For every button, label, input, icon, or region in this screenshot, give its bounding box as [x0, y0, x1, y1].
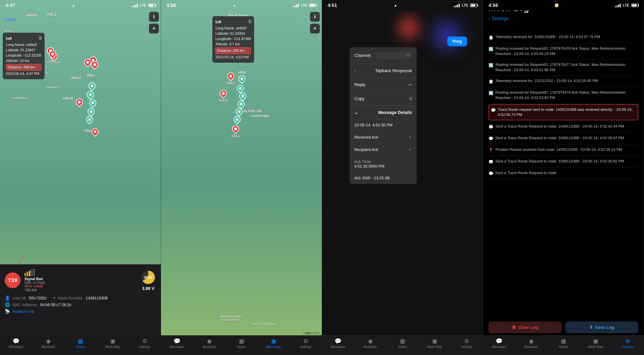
marker-kblb[interactable]: [76, 99, 83, 107]
clear-log-button[interactable]: 🗑 Clear Log: [488, 322, 562, 333]
meshmap-icon-3: ▣: [432, 338, 437, 344]
signal-bars-2: [293, 3, 299, 7]
marker2-teal2[interactable]: [237, 85, 244, 93]
label-kblc: KBLC: [72, 76, 81, 80]
tab-settings-3[interactable]: ⚙ Settings: [455, 338, 479, 349]
status-bar-2: 4:56 ▲ LTE: [161, 0, 322, 11]
popup-delete-btn-1[interactable]: 🗑: [38, 35, 42, 41]
log-entry-3: 📋 Telemetry received for: 231312252 - 23…: [488, 75, 638, 87]
marker2-teal5[interactable]: [236, 108, 243, 117]
time-4: 4:56: [488, 2, 498, 8]
tab-bluetooth-3[interactable]: ◉ Bluetooth: [358, 338, 382, 349]
copy-icon: ⎘: [410, 96, 412, 101]
map-compass-btn[interactable]: ✈: [149, 24, 159, 33]
log-icon-8: 📍: [488, 147, 494, 153]
battery-fill-2: [310, 4, 315, 6]
reply-row[interactable]: Reply ↩: [350, 78, 417, 92]
ping-button[interactable]: Ping: [447, 36, 467, 46]
back-button[interactable]: ‹ Settings: [488, 15, 508, 22]
voltage: 3.88 V: [142, 286, 154, 291]
marker-teal-2[interactable]: [87, 91, 94, 100]
log-icon-0: 📋: [488, 35, 494, 40]
tab-nodes-1[interactable]: ▦ Nodes: [69, 338, 92, 349]
status-right-3: LTE: [454, 3, 477, 7]
marker2-teal1[interactable]: [238, 75, 246, 84]
battery-3: [470, 3, 477, 7]
tab-messages-4[interactable]: 💬 Messages: [487, 338, 511, 349]
message-details-header[interactable]: ⌄ Message Details: [350, 106, 417, 119]
tab-meshmap-label-2: Mesh Map: [266, 345, 281, 349]
bar-3: [29, 271, 30, 276]
meshmap-icon-1: ▣: [110, 338, 115, 344]
signal-text-3: LTE: [462, 3, 468, 7]
node-avatar: TS9: [5, 272, 20, 288]
save-log-label: Save Log: [595, 325, 614, 330]
marker2-teal3[interactable]: [239, 93, 246, 101]
tab-bluetooth-4[interactable]: ◉ Bluetooth: [520, 338, 543, 349]
person-icon: 👤: [5, 296, 10, 301]
label-mount-cleveland: Mount Cleveland: [252, 322, 276, 326]
phone1: 4:47 ▲ LTE Linden Acme Carbon ve6ts9 KBL…: [0, 0, 161, 355]
node-info-panel: TS9 Signal Bad SNR -12.75dB RSSI -139dB …: [0, 264, 161, 335]
map-info-btn[interactable]: ℹ: [149, 12, 159, 22]
tab-meshmap-2[interactable]: ▣ Mesh Map: [262, 338, 286, 349]
recipient-ack-check: ✓: [408, 147, 412, 152]
popup-time-2: 2023-05-14, 4:53 PM: [216, 55, 251, 60]
tab-nodes-4[interactable]: ▦ Nodes: [552, 338, 575, 349]
position-log-label[interactable]: Position Log: [12, 309, 34, 314]
marker-teal-4[interactable]: [88, 108, 95, 117]
tab-bluetooth-2[interactable]: ◉ Bluetooth: [198, 338, 221, 349]
tab-nodes-label-4: Nodes: [559, 345, 568, 349]
battery-4: [631, 3, 638, 7]
marker2-teal6[interactable]: [234, 116, 241, 125]
message-details-section: ⌄ Message Details 23-05-14, 4:51:30 PM R…: [350, 106, 417, 184]
status-bar-1: 4:47 ▲ LTE: [0, 0, 161, 11]
tab-messages-3[interactable]: 💬 Messages: [326, 338, 350, 349]
tab-nodes-2[interactable]: ▦ Nodes: [230, 338, 253, 349]
log-entry-6: 💬 Sent a Trace Route Request to node: 14…: [488, 121, 638, 133]
tab-meshmap-4[interactable]: ▣ Mesh Map: [584, 338, 608, 349]
blur-red: [393, 12, 424, 43]
marker-kbl1[interactable]: [92, 128, 99, 137]
copy-row[interactable]: Copy ⎘: [350, 92, 417, 106]
blur-blue: [427, 16, 467, 55]
popup-time-1: 2023-05-14, 4:47 PM: [6, 71, 42, 76]
tab-settings-1[interactable]: ⚙ Settings: [133, 338, 157, 349]
map-info-btn-2[interactable]: ℹ: [310, 12, 320, 22]
clear-log-label: Clear Log: [518, 325, 538, 330]
hash-icon: #: [53, 296, 55, 300]
log-scroll[interactable]: 📋 Telemetry received for: 1439115308 - 2…: [483, 31, 644, 328]
marker2-kblb[interactable]: KBLB: [220, 90, 227, 99]
marker-teal-3[interactable]: [89, 99, 96, 108]
chevron-right-tapback: ›: [354, 68, 356, 73]
tab-settings-4[interactable]: ⚙ Settings: [616, 338, 640, 349]
tab-settings-2[interactable]: ⚙ Settings: [294, 338, 318, 349]
tapback-row[interactable]: › Tapback Response: [350, 64, 417, 78]
tab-bluetooth-1[interactable]: ◉ Bluetooth: [36, 338, 60, 349]
marker-hra[interactable]: [91, 61, 98, 70]
tab-meshmap-3[interactable]: ▣ Mesh Map: [423, 338, 446, 349]
label-ve6ts9: ve6ts9: [26, 13, 37, 17]
trash-icon: 🗑: [512, 325, 516, 330]
node-popup-1: 🗑 ts9 Long Name: ve6ts9 Latitude: 51.239…: [3, 33, 44, 79]
marker2-kblc[interactable]: KBLC: [227, 72, 234, 81]
marker-ts9-3[interactable]: ts9: [49, 50, 56, 59]
log-icon-7: 💬: [488, 136, 494, 141]
marker-teal-5[interactable]: [86, 116, 93, 125]
channel-input[interactable]: [376, 52, 412, 59]
map-loc-btn-2[interactable]: ✈: [310, 24, 320, 33]
marker2-kbl1[interactable]: KBL1: [232, 125, 239, 134]
popup-delete-btn-2[interactable]: 🗑: [248, 18, 252, 25]
tab-nodes-3[interactable]: ▦ Nodes: [391, 338, 414, 349]
label-waterton: Waterton LakesNational Park: [220, 315, 242, 322]
ack-snr-row: Ack SNR: -13.25 dB: [350, 172, 417, 184]
log-entry-9: 💬 Sent a Trace Route Request to node: 14…: [488, 156, 638, 168]
tab-messages-label-2: Messages: [170, 345, 184, 349]
log-icon-4: 🔄: [488, 90, 494, 96]
tab-meshmap-1[interactable]: ▣ Mesh Map: [101, 338, 124, 349]
log-bottom-bar: 🗑 Clear Log ⬆ Save Log: [483, 320, 644, 335]
save-log-button[interactable]: ⬆ Save Log: [566, 322, 638, 333]
tab-messages-1[interactable]: 💬 Messages: [4, 338, 28, 349]
marker-teal-1[interactable]: [88, 82, 96, 91]
tab-messages-2[interactable]: 💬 Messages: [165, 338, 189, 349]
